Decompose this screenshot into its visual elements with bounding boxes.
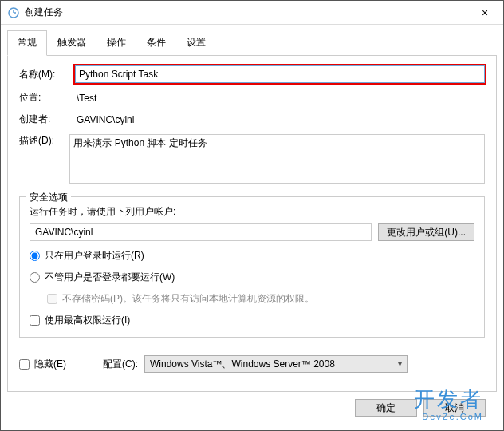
dialog-body: 常规 触发器 操作 条件 设置 名称(M): 位置: \Test 创建者: GA… [1,25,503,430]
tab-general[interactable]: 常规 [7,30,47,56]
highest-priv-checkbox[interactable] [30,315,40,326]
bottom-row: 隐藏(E) 配置(C): Windows Vista™、Windows Serv… [19,355,485,373]
config-select[interactable]: Windows Vista™、Windows Server™ 2008 ▾ [144,355,408,373]
ok-button[interactable]: 确定 [355,399,417,417]
location-value: \Test [75,93,485,104]
tab-conditions[interactable]: 条件 [136,30,176,56]
creator-value: GAVINC\cyinl [75,114,485,125]
description-label: 描述(D): [19,134,61,148]
config-label: 配置(C): [103,358,138,371]
hidden-row[interactable]: 隐藏(E) [19,358,66,371]
radio-any-label: 不管用户是否登录都要运行(W) [45,271,175,284]
config-value: Windows Vista™、Windows Server™ 2008 [150,358,335,370]
location-row: 位置: \Test [19,91,485,105]
description-input[interactable]: 用来演示 Python 脚本 定时任务 [69,134,485,184]
hidden-label: 隐藏(E) [34,358,66,371]
radio-any-row[interactable]: 不管用户是否登录都要运行(W) [30,271,474,284]
no-store-password-checkbox [47,294,57,304]
tab-actions[interactable]: 操作 [96,30,136,56]
name-highlight [75,65,485,83]
app-icon [7,6,20,19]
titlebar: 创建任务 × [1,1,503,25]
window-title: 创建任务 [25,6,467,19]
create-task-window: 创建任务 × 常规 触发器 操作 条件 设置 名称(M): 位置: \Test … [0,0,504,431]
chevron-down-icon: ▾ [398,359,402,368]
location-label: 位置: [19,91,67,105]
no-store-password-row: 不存储密码(P)。该任务将只有访问本地计算机资源的权限。 [47,292,474,306]
tab-strip: 常规 触发器 操作 条件 设置 [7,30,497,56]
radio-logged-on[interactable] [30,251,40,261]
radio-logged-on-row[interactable]: 只在用户登录时运行(R) [30,249,474,263]
hidden-checkbox[interactable] [19,359,30,370]
change-user-button[interactable]: 更改用户或组(U)... [378,223,474,241]
close-button[interactable]: × [467,1,503,25]
name-row: 名称(M): [19,65,485,83]
account-display: GAVINC\cyinl [30,223,372,241]
tab-settings[interactable]: 设置 [176,30,216,56]
highest-priv-row[interactable]: 使用最高权限运行(I) [30,314,474,327]
close-icon: × [482,6,488,19]
cancel-button[interactable]: 取消 [423,399,486,417]
name-label: 名称(M): [19,68,67,81]
radio-logged-on-label: 只在用户登录时运行(R) [45,249,144,263]
highest-priv-label: 使用最高权限运行(I) [45,314,130,327]
account-row: GAVINC\cyinl 更改用户或组(U)... [30,223,474,241]
name-input[interactable] [75,65,485,83]
description-row: 描述(D): 用来演示 Python 脚本 定时任务 [19,134,485,184]
radio-any[interactable] [30,272,40,283]
security-prompt: 运行任务时，请使用下列用户帐户: [30,205,474,219]
dialog-footer: 确定 取消 [7,392,497,424]
security-legend: 安全选项 [26,191,71,204]
no-store-password-label: 不存储密码(P)。该任务将只有访问本地计算机资源的权限。 [62,292,314,306]
tab-content-general: 名称(M): 位置: \Test 创建者: GAVINC\cyinl 描述(D)… [7,56,497,392]
creator-label: 创建者: [19,113,67,126]
tab-triggers[interactable]: 触发器 [47,30,96,56]
creator-row: 创建者: GAVINC\cyinl [19,113,485,126]
security-options-group: 安全选项 运行任务时，请使用下列用户帐户: GAVINC\cyinl 更改用户或… [19,196,485,338]
